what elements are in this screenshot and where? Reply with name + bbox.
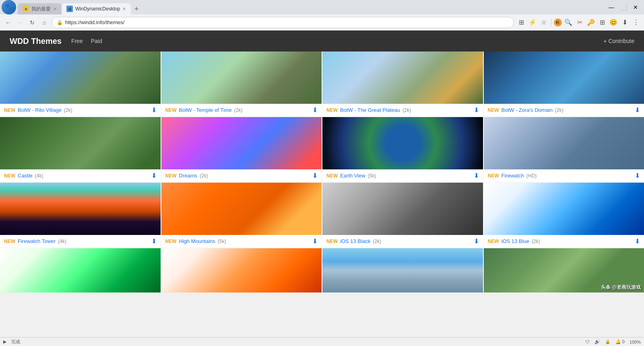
back-button[interactable]: ← <box>3 18 13 27</box>
home-button[interactable]: ⌂ <box>39 18 49 27</box>
theme-thumbnail[interactable] <box>322 248 483 292</box>
download-icon[interactable]: ⬇ <box>474 106 479 114</box>
new-tab-button[interactable]: + <box>131 3 142 14</box>
theme-label: NEW BotW - The Great Plateau (2k) ⬇ <box>322 104 483 116</box>
badge-new: NEW <box>165 239 177 244</box>
lock-icon: 🔒 <box>57 20 63 25</box>
tab-active-label: WinDynamicDesktop <box>75 6 120 12</box>
download-icon[interactable]: ⬇ <box>151 237 157 245</box>
theme-label-left: NEW Earth View (5k) <box>326 173 376 179</box>
extensions-icon[interactable]: ⊞ <box>516 18 526 27</box>
theme-res: (2k) <box>200 173 208 179</box>
theme-thumbnail[interactable] <box>0 183 161 235</box>
theme-name[interactable]: iOS 13 Black <box>340 238 370 244</box>
site-title: WDD Themes <box>10 37 62 46</box>
theme-thumbnail[interactable] <box>161 117 322 169</box>
list-item: NEW Dreams (2k) ⬇ <box>161 117 322 182</box>
download-icon[interactable]: ⬇ <box>635 237 640 245</box>
refresh-button[interactable]: ↻ <box>27 18 37 27</box>
theme-name[interactable]: BotW - Zora's Domain <box>502 107 553 113</box>
theme-thumbnail[interactable] <box>161 183 322 235</box>
download-icon[interactable]: ⬇ <box>312 106 318 114</box>
theme-name[interactable]: iOS 13 Blue <box>502 238 529 244</box>
theme-thumbnail[interactable] <box>0 248 161 292</box>
ext1-icon[interactable]: 杜 <box>554 19 562 27</box>
theme-name[interactable]: Firewatch Tower <box>18 238 56 244</box>
theme-name[interactable]: High Mountains <box>179 238 215 244</box>
theme-label-left: NEW Firewatch (HD) <box>488 173 537 179</box>
settings-icon[interactable]: ⋮ <box>631 18 641 27</box>
list-item: NEW iOS 13 Blue (2k) ⬇ <box>484 183 644 247</box>
theme-name[interactable]: Earth View <box>340 173 365 179</box>
download-icon[interactable]: ⬇ <box>474 237 479 245</box>
grid2-icon[interactable]: ⊞ <box>597 18 607 27</box>
theme-name[interactable]: BotW - Temple of Time <box>179 107 232 113</box>
badge-new: NEW <box>326 239 338 244</box>
list-item <box>322 248 483 292</box>
window-close[interactable]: ✕ <box>630 2 641 12</box>
download-nav-icon[interactable]: ⬇ <box>620 18 630 27</box>
theme-name[interactable]: Castle <box>18 173 33 179</box>
theme-thumbnail[interactable] <box>322 51 483 104</box>
theme-thumbnail[interactable] <box>161 248 322 292</box>
theme-thumbnail[interactable] <box>161 51 322 104</box>
download-icon[interactable]: ⬇ <box>151 172 157 179</box>
theme-name[interactable]: Firewatch <box>502 173 524 179</box>
watermark: 头条 @老燕玩游戏 <box>601 284 641 291</box>
download-icon[interactable]: ⬇ <box>151 106 157 114</box>
star-icon[interactable]: ☆ <box>539 18 549 27</box>
theme-name[interactable]: BotW - The Great Plateau <box>340 107 400 113</box>
download-icon[interactable]: ⬇ <box>635 106 640 114</box>
download-icon[interactable]: ⬇ <box>312 237 318 245</box>
scissors-icon[interactable]: ✂ <box>575 18 584 27</box>
theme-thumbnail[interactable] <box>322 183 483 235</box>
tab-active-close-icon[interactable]: ✕ <box>122 6 126 12</box>
lightning-icon[interactable]: ⚡ <box>528 18 537 27</box>
theme-label: NEW Firewatch Tower (4k) ⬇ <box>0 235 161 247</box>
site-header-left: WDD Themes Free Paid <box>10 37 102 46</box>
theme-name[interactable]: BotW - Rito Village <box>18 107 62 113</box>
theme-label: NEW BotW - Rito Village (2k) ⬇ <box>0 104 161 116</box>
ext2-icon[interactable]: 🔍 <box>564 18 573 27</box>
list-item: NEW Firewatch Tower (4k) ⬇ <box>0 183 161 247</box>
list-item: NEW Castle (4k) ⬇ <box>0 117 161 182</box>
download-icon[interactable]: ⬇ <box>474 172 479 179</box>
tab-close-icon[interactable]: ✕ <box>53 6 57 12</box>
address-bar[interactable]: 🔒 https://windd.info/themes/ <box>52 17 514 28</box>
list-item <box>0 248 161 292</box>
badge-new: NEW <box>326 173 338 179</box>
theme-label: NEW BotW - Zora's Domain (2k) ⬇ <box>484 104 644 116</box>
theme-res: (HD) <box>526 173 537 179</box>
contribute-button[interactable]: + Contribute <box>603 38 634 44</box>
badge-new: NEW <box>488 239 499 244</box>
theme-thumbnail[interactable] <box>322 117 483 169</box>
download-icon[interactable]: ⬇ <box>635 172 640 179</box>
status-text: 完成 <box>11 339 20 345</box>
theme-thumbnail[interactable] <box>0 51 161 104</box>
emoji-icon[interactable]: 😊 <box>609 18 618 27</box>
key-icon[interactable]: 🔑 <box>586 18 596 27</box>
nav-paid[interactable]: Paid <box>91 38 102 44</box>
tab-label: 我的最愛 <box>31 6 51 12</box>
tab-active[interactable]: 🖥 WinDynamicDesktop ✕ <box>62 3 131 14</box>
main-content: NEW BotW - Rito Village (2k) ⬇ NEW BotW … <box>0 51 644 346</box>
theme-name[interactable]: Dreams <box>179 173 198 179</box>
theme-label: NEW iOS 13 Blue (2k) ⬇ <box>484 235 644 247</box>
forward-button[interactable]: → <box>15 18 25 27</box>
theme-thumbnail[interactable] <box>484 117 644 169</box>
window-minimize[interactable]: — <box>606 2 617 12</box>
theme-label-left: NEW iOS 13 Black (2k) <box>326 238 381 244</box>
theme-label: NEW Castle (4k) ⬇ <box>0 169 161 182</box>
nav-free[interactable]: Free <box>71 38 83 44</box>
theme-label: NEW iOS 13 Black (2k) ⬇ <box>322 235 483 247</box>
theme-thumbnail[interactable] <box>484 183 644 235</box>
list-item: NEW BotW - Temple of Time (2k) ⬇ <box>161 51 322 116</box>
download-icon[interactable]: ⬇ <box>312 172 318 179</box>
theme-thumbnail[interactable] <box>0 117 161 169</box>
theme-label-left: NEW Firewatch Tower (4k) <box>4 238 66 244</box>
badge-new: NEW <box>4 173 15 179</box>
window-maximize[interactable]: ⬜ <box>618 2 629 12</box>
tab-inactive[interactable]: ★ 我的最愛 ✕ <box>18 3 62 14</box>
theme-thumbnail[interactable] <box>484 51 644 104</box>
theme-res: (5k) <box>218 239 226 244</box>
